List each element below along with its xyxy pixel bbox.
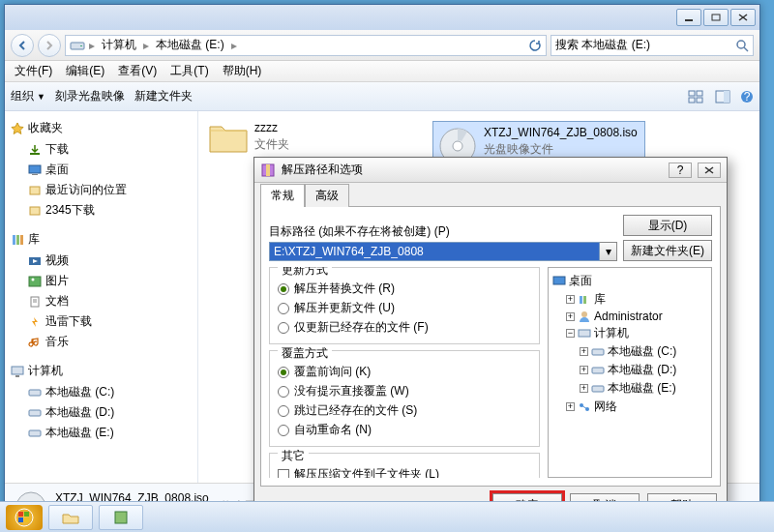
refresh-icon[interactable] xyxy=(528,39,542,52)
sidebar-item-pictures[interactable]: 图片 xyxy=(9,271,194,291)
taskbar-app[interactable] xyxy=(99,505,143,530)
dialog-help-button[interactable]: ? xyxy=(669,163,692,178)
svg-text:?: ? xyxy=(744,90,751,103)
menu-tools[interactable]: 工具(T) xyxy=(164,61,214,81)
sidebar-item-desktop[interactable]: 桌面 xyxy=(9,160,194,180)
svg-rect-44 xyxy=(580,296,582,304)
tree-desktop[interactable]: 桌面 xyxy=(552,272,707,290)
tree-libs[interactable]: +库 xyxy=(552,290,707,309)
expand-icon[interactable]: + xyxy=(566,402,575,411)
svg-rect-10 xyxy=(689,98,695,103)
search-input[interactable]: 搜索 本地磁盘 (E:) xyxy=(551,35,754,56)
show-button[interactable]: 显示(D) xyxy=(623,215,712,236)
sidebar-item-downloads[interactable]: 下载 xyxy=(9,139,194,160)
burn-button[interactable]: 刻录光盘映像 xyxy=(55,88,125,104)
close-button[interactable] xyxy=(730,9,756,26)
svg-point-26 xyxy=(32,278,35,281)
navbar: ▸ 计算机 ▸ 本地磁盘 (E:) ▸ 搜索 本地磁盘 (E:) xyxy=(5,30,759,61)
breadcrumb-seg[interactable]: 计算机 xyxy=(99,37,139,53)
address-bar[interactable]: ▸ 计算机 ▸ 本地磁盘 (E:) ▸ xyxy=(65,35,547,56)
organize-menu[interactable]: 组织▼ xyxy=(11,88,45,104)
svg-rect-47 xyxy=(579,330,590,337)
tree-admin[interactable]: +Administrator xyxy=(552,309,707,324)
check-subfolder[interactable]: 解压压缩文件到子文件夹 (L) xyxy=(278,466,531,478)
tree-drive-e[interactable]: +本地磁盘 (E:) xyxy=(552,379,707,398)
minimize-button[interactable] xyxy=(676,9,701,26)
sidebar-item-drive-d[interactable]: 本地磁盘 (D:) xyxy=(9,402,194,423)
maximize-button[interactable] xyxy=(703,9,729,26)
tree-drive-d[interactable]: +本地磁盘 (D:) xyxy=(552,361,707,379)
expand-icon[interactable]: + xyxy=(580,347,588,356)
svg-rect-48 xyxy=(592,349,604,355)
help-icon[interactable]: ? xyxy=(740,90,754,103)
expand-icon[interactable]: + xyxy=(580,366,588,374)
titlebar xyxy=(5,5,759,30)
svg-rect-49 xyxy=(592,368,604,373)
view-icon[interactable] xyxy=(688,90,705,103)
file-type: 光盘映像文件 xyxy=(484,141,638,158)
target-path-input[interactable] xyxy=(269,242,600,261)
newfolder-button[interactable]: 新建文件夹 xyxy=(134,88,193,104)
svg-rect-13 xyxy=(724,91,729,103)
archive-icon xyxy=(260,163,276,178)
svg-line-7 xyxy=(744,47,748,51)
sidebar-item-drive-c[interactable]: 本地磁盘 (C:) xyxy=(9,382,194,402)
radio-update-existing[interactable]: 仅更新已经存在的文件 (F) xyxy=(278,319,531,336)
taskbar-explorer[interactable] xyxy=(48,505,93,530)
menu-file[interactable]: 文件(F) xyxy=(9,61,58,81)
folder-icon xyxy=(208,121,249,156)
radio-extract-update[interactable]: 解压并更新文件 (U) xyxy=(278,300,531,316)
forward-button[interactable] xyxy=(38,34,61,57)
target-label: 目标路径 (如果不存在将被创建) (P) xyxy=(269,223,617,240)
breadcrumb-seg[interactable]: 本地磁盘 (E:) xyxy=(153,37,227,53)
sidebar-item-2345[interactable]: 2345下载 xyxy=(9,200,194,221)
tab-general[interactable]: 常规 xyxy=(260,184,305,207)
preview-icon[interactable] xyxy=(715,90,730,103)
taskbar xyxy=(0,501,774,532)
expand-icon[interactable]: + xyxy=(580,384,588,393)
folder-tree[interactable]: 桌面 +库 +Administrator −计算机 +本地磁盘 (C:) +本地… xyxy=(548,267,712,478)
expand-icon[interactable]: + xyxy=(566,312,575,321)
tab-advanced[interactable]: 高级 xyxy=(305,184,349,207)
svg-rect-45 xyxy=(583,296,586,304)
dialog-close-button[interactable] xyxy=(698,163,721,178)
tree-drive-c[interactable]: +本地磁盘 (C:) xyxy=(552,342,707,361)
start-button[interactable] xyxy=(6,505,43,530)
svg-rect-50 xyxy=(592,386,604,392)
sidebar-item-recent[interactable]: 最近访问的位置 xyxy=(9,180,194,200)
group-update: 更新方式 解压并替换文件 (R) 解压并更新文件 (U) 仅更新已经存在的文件 … xyxy=(269,267,540,344)
radio-extract-replace[interactable]: 解压并替换文件 (R) xyxy=(278,281,531,297)
file-item-folder[interactable]: zzzz文件夹 xyxy=(208,121,421,156)
svg-rect-20 xyxy=(30,207,40,215)
svg-rect-33 xyxy=(29,410,41,416)
radio-autorename[interactable]: 自动重命名 (N) xyxy=(278,422,531,438)
svg-rect-58 xyxy=(24,517,29,522)
svg-rect-57 xyxy=(18,517,23,522)
file-name: XTZJ_WIN764_ZJB_0808.iso xyxy=(484,126,638,139)
radio-no-prompt[interactable]: 没有提示直接覆盖 (W) xyxy=(278,383,531,399)
radio-skip[interactable]: 跳过已经存在的文件 (S) xyxy=(278,402,531,419)
sidebar-item-documents[interactable]: 文档 xyxy=(9,291,194,311)
menu-help[interactable]: 帮助(H) xyxy=(217,61,268,81)
tree-computer[interactable]: −计算机 xyxy=(552,324,707,342)
sidebar-item-drive-e[interactable]: 本地磁盘 (E:) xyxy=(9,423,194,443)
newfolder-button[interactable]: 新建文件夹(E) xyxy=(623,240,712,261)
svg-rect-0 xyxy=(685,19,693,21)
sidebar-computer[interactable]: 计算机 xyxy=(9,360,194,382)
dialog-titlebar: 解压路径和选项 ? xyxy=(254,158,727,183)
sidebar-item-music[interactable]: 音乐 xyxy=(9,332,194,352)
tree-network[interactable]: +网络 xyxy=(552,398,707,416)
collapse-icon[interactable]: − xyxy=(566,329,575,338)
chevron-down-icon[interactable]: ▾ xyxy=(600,242,617,261)
menu-view[interactable]: 查看(V) xyxy=(112,61,163,81)
sidebar-libraries[interactable]: 库 xyxy=(9,228,194,251)
svg-rect-30 xyxy=(12,367,23,374)
radio-ask[interactable]: 覆盖前询问 (K) xyxy=(278,364,531,380)
sidebar-favorites[interactable]: 收藏夹 xyxy=(9,117,194,139)
menu-edit[interactable]: 编辑(E) xyxy=(60,61,110,81)
sidebar-item-videos[interactable]: 视频 xyxy=(9,251,194,271)
sidebar-item-xunlei[interactable]: 迅雷下载 xyxy=(9,311,194,332)
back-button[interactable] xyxy=(11,34,34,57)
dialog-tabs: 常规 高级 xyxy=(254,183,727,206)
expand-icon[interactable]: + xyxy=(566,295,575,304)
